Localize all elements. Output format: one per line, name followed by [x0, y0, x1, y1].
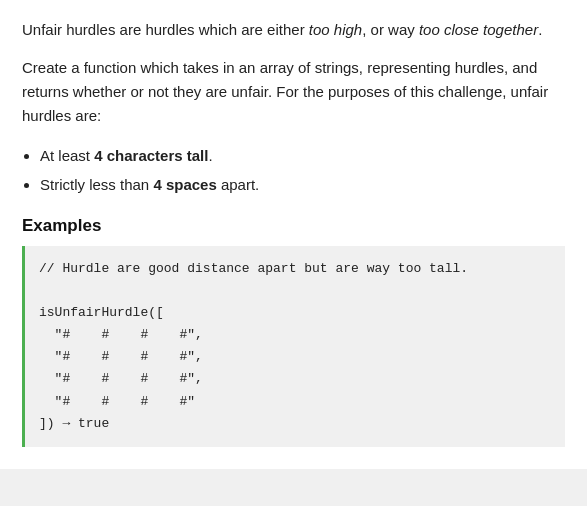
intro-text-after: . — [538, 21, 542, 38]
code-block: // Hurdle are good distance apart but ar… — [22, 246, 565, 447]
intro-paragraph: Unfair hurdles are hurdles which are eit… — [22, 18, 565, 42]
bullet2-before: Strictly less than — [40, 176, 153, 193]
code-close: ]) → true — [39, 416, 109, 431]
bullet2-after: apart. — [217, 176, 260, 193]
bullet-item-2: Strictly less than 4 spaces apart. — [40, 171, 565, 198]
code-comment: // Hurdle are good distance apart but ar… — [39, 261, 468, 276]
bullet-list: At least 4 characters tall. Strictly les… — [40, 142, 565, 198]
bullet2-bold: 4 spaces — [153, 176, 216, 193]
bullet1-bold: 4 characters tall — [94, 147, 208, 164]
main-container: Unfair hurdles are hurdles which are eit… — [0, 0, 587, 469]
examples-title: Examples — [22, 216, 565, 236]
bullet1-before: At least — [40, 147, 94, 164]
intro-text-before: Unfair hurdles are hurdles which are eit… — [22, 21, 309, 38]
bullet-item-1: At least 4 characters tall. — [40, 142, 565, 169]
intro-italic2: too close together — [419, 21, 538, 38]
code-function-call: isUnfairHurdle([ — [39, 305, 164, 320]
bullet1-after: . — [208, 147, 212, 164]
intro-italic1: too high — [309, 21, 362, 38]
main-description: Create a function which takes in an arra… — [22, 56, 565, 128]
intro-text-middle: , or way — [362, 21, 419, 38]
